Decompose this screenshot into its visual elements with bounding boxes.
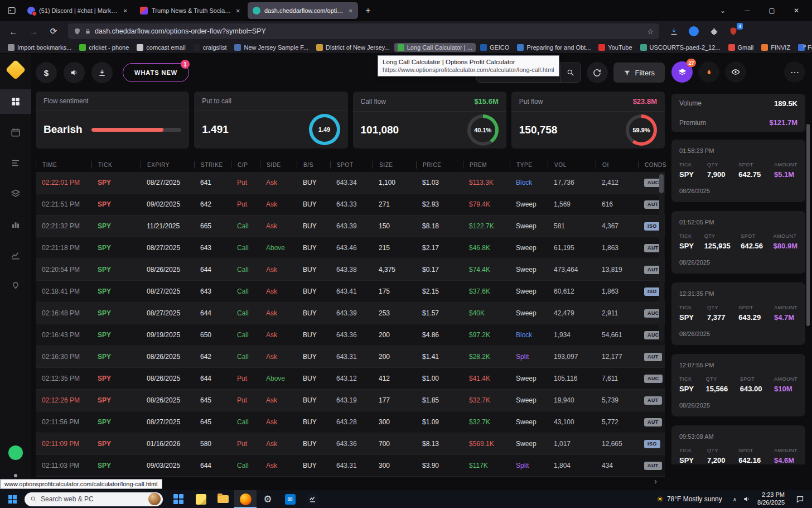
taskbar-clock[interactable]: 2:23 PM 8/26/2025 bbox=[754, 491, 788, 507]
table-row[interactable]: 02:12:35 PM SPY 08/26/2025 644 Put Above… bbox=[36, 368, 665, 390]
sidebar-item-layers[interactable] bbox=[0, 181, 31, 206]
column-header[interactable]: SIZE bbox=[373, 161, 416, 169]
large-order-card[interactable]: 09:53:08 AM TICKSPY QTY7,200 SPOT642.16 … bbox=[671, 425, 805, 464]
tab-close-icon[interactable]: ✕ bbox=[236, 8, 240, 14]
start-button[interactable] bbox=[0, 490, 25, 508]
table-row[interactable]: 02:11:09 PM SPY 01/16/2026 580 Put Ask B… bbox=[36, 433, 665, 455]
taskbar-settings-icon[interactable]: ⚙ bbox=[257, 490, 279, 508]
column-header[interactable]: B/S bbox=[297, 161, 330, 169]
sidebar-item-ideas[interactable] bbox=[0, 274, 31, 298]
notification-center-icon[interactable] bbox=[791, 495, 809, 504]
minimize-button[interactable]: ─ bbox=[735, 0, 760, 21]
bookmark-item[interactable]: Preparing for and Obt... bbox=[514, 43, 594, 52]
tab-discord[interactable]: (51) Discord | #chat | Market M... ✕ bbox=[22, 2, 133, 19]
search-highlight-image[interactable] bbox=[148, 493, 161, 505]
bookmark-item[interactable]: cricket - phone bbox=[76, 43, 132, 52]
bookmark-star-icon[interactable]: ☆ bbox=[647, 27, 654, 36]
table-row[interactable]: 02:21:18 PM SPY 08/27/2025 643 Call Abov… bbox=[36, 237, 665, 259]
bookmark-item[interactable]: District of New Jersey... bbox=[313, 43, 393, 52]
sidebar-item-calendar[interactable] bbox=[0, 120, 31, 145]
tab-cheddarflow-active[interactable]: dash.cheddarflow.com/options... ✕ bbox=[248, 2, 358, 19]
column-header[interactable]: PRICE bbox=[416, 161, 463, 169]
filters-button[interactable]: Filters bbox=[613, 63, 665, 83]
cheddarflow-logo[interactable] bbox=[6, 60, 26, 80]
bookmark-item[interactable]: FINVIZ bbox=[758, 43, 794, 52]
column-header[interactable]: TICK bbox=[91, 161, 141, 169]
sound-alerts-button[interactable] bbox=[64, 62, 85, 83]
taskbar-file-explorer-icon[interactable] bbox=[212, 490, 234, 508]
bookmarks-overflow-chevron[interactable]: » bbox=[799, 42, 810, 50]
column-header[interactable]: VOL bbox=[548, 161, 596, 169]
whats-new-button[interactable]: WHATS NEW 1 bbox=[123, 63, 189, 82]
table-row[interactable]: 02:11:03 PM SPY 09/03/2025 644 Call Ask … bbox=[36, 455, 665, 477]
large-order-card[interactable]: 12:31:35 PM TICKSPY QTY7,377 SPOT643.29 … bbox=[671, 282, 805, 345]
online-status-button[interactable] bbox=[8, 445, 23, 460]
sidebar-item-trends[interactable] bbox=[0, 243, 31, 267]
table-row[interactable]: 02:18:41 PM SPY 08/27/2025 643 Call Ask … bbox=[36, 281, 665, 303]
account-icon[interactable] bbox=[686, 23, 702, 39]
hot-flow-button[interactable] bbox=[698, 61, 719, 83]
tab-close-icon[interactable]: ✕ bbox=[123, 8, 128, 14]
bookmark-item[interactable]: New Jersey Sample F... bbox=[231, 43, 312, 52]
watch-eye-button[interactable] bbox=[725, 61, 746, 83]
new-tab-button[interactable]: + bbox=[360, 3, 376, 18]
export-download-button[interactable] bbox=[91, 62, 113, 83]
table-scrollbar-thumb[interactable] bbox=[659, 174, 664, 193]
table-row[interactable]: 02:12:26 PM SPY 08/26/2025 645 Put Ask B… bbox=[36, 390, 665, 411]
column-header[interactable]: TYPE bbox=[510, 161, 548, 169]
bookmark-item[interactable]: craigslist bbox=[190, 43, 230, 52]
taskbar-sticky-notes-icon[interactable] bbox=[190, 490, 212, 508]
table-row[interactable]: 02:16:30 PM SPY 08/26/2025 642 Call Ask … bbox=[36, 346, 665, 368]
column-header[interactable]: SPOT bbox=[330, 161, 373, 169]
search-button[interactable] bbox=[560, 63, 581, 83]
column-header[interactable]: OI bbox=[596, 161, 638, 169]
column-header[interactable]: SIDE bbox=[260, 161, 297, 169]
taskbar-mail-icon[interactable]: ✉ bbox=[279, 490, 301, 508]
table-scroll-right-chevron[interactable]: › bbox=[654, 477, 657, 486]
tracking-shield-icon[interactable] bbox=[74, 27, 81, 35]
firefox-view-icon[interactable] bbox=[3, 3, 20, 18]
url-bar[interactable]: dash.cheddarflow.com/options-order-flow?… bbox=[68, 23, 659, 39]
lock-icon[interactable] bbox=[85, 28, 91, 35]
bookmark-item[interactable]: YouTube bbox=[595, 43, 635, 52]
bookmark-item[interactable]: GEICO bbox=[477, 43, 513, 52]
column-header[interactable]: STRIKE bbox=[194, 161, 231, 169]
large-order-card[interactable]: 01:58:23 PM TICKSPY QTY7,900 SPOT642.75 … bbox=[671, 140, 805, 202]
forward-button[interactable]: → bbox=[26, 23, 41, 39]
bookmark-item[interactable]: Gmail bbox=[725, 43, 757, 52]
downloads-icon[interactable] bbox=[666, 23, 682, 39]
watchlist-button[interactable]: 27 bbox=[671, 61, 693, 83]
column-header[interactable]: C/P bbox=[231, 161, 260, 169]
taskbar-firefox-icon[interactable] bbox=[234, 490, 257, 508]
column-header[interactable]: CONDS bbox=[638, 161, 666, 169]
extensions-puzzle-icon[interactable] bbox=[706, 23, 722, 39]
column-header[interactable]: PREM bbox=[463, 161, 510, 169]
back-button[interactable]: ← bbox=[6, 23, 21, 39]
right-panel-scrollbar-thumb[interactable] bbox=[806, 124, 810, 326]
bookmark-item[interactable]: Long Call Calculator | ... bbox=[394, 43, 476, 52]
table-row[interactable]: 02:21:32 PM SPY 11/21/2025 665 Call Ask … bbox=[36, 215, 665, 237]
close-window-button[interactable]: ✕ bbox=[784, 0, 809, 21]
adblock-extension-icon[interactable]: 4 bbox=[726, 24, 741, 39]
list-tabs-chevron-icon[interactable]: ⌄ bbox=[710, 0, 735, 21]
more-options-button[interactable]: ⋯ bbox=[784, 61, 805, 83]
table-row[interactable]: 02:16:43 PM SPY 09/19/2025 650 Call Ask … bbox=[36, 324, 665, 346]
table-row[interactable]: 02:21:51 PM SPY 09/02/2025 642 Put Ask B… bbox=[36, 194, 665, 215]
volume-tray-icon[interactable] bbox=[743, 495, 751, 503]
table-row[interactable]: 02:22:01 PM SPY 08/27/2025 641 Put Ask B… bbox=[36, 172, 665, 194]
column-header[interactable]: EXPIRY bbox=[141, 161, 194, 169]
large-order-card[interactable]: 12:07:55 PM TICKSPY QTY15,566 SPOT643.00… bbox=[671, 354, 805, 416]
refresh-button[interactable] bbox=[587, 62, 608, 83]
tab-truth-social[interactable]: Trump News & Truth Social Imp... ✕ bbox=[135, 2, 245, 19]
large-order-card[interactable]: 01:52:05 PM TICKSPY QTY125,935 SPOT642.5… bbox=[671, 211, 805, 274]
table-row[interactable]: 02:20:54 PM SPY 08/26/2025 644 Call Ask … bbox=[36, 259, 665, 281]
table-row[interactable]: 02:16:48 PM SPY 08/27/2025 644 Call Ask … bbox=[36, 303, 665, 324]
column-header[interactable]: TIME bbox=[36, 161, 91, 169]
maximize-button[interactable]: ▢ bbox=[760, 0, 784, 21]
currency-button[interactable]: $ bbox=[36, 62, 57, 83]
taskbar-search-box[interactable]: Search web & PC bbox=[25, 492, 163, 506]
table-row[interactable]: 02:11:56 PM SPY 08/27/2025 645 Call Ask … bbox=[36, 411, 665, 433]
taskbar-tradingview-icon[interactable] bbox=[301, 490, 323, 508]
tray-chevron-icon[interactable]: ∧ bbox=[730, 496, 740, 502]
sidebar-item-dashboard[interactable] bbox=[0, 89, 31, 114]
